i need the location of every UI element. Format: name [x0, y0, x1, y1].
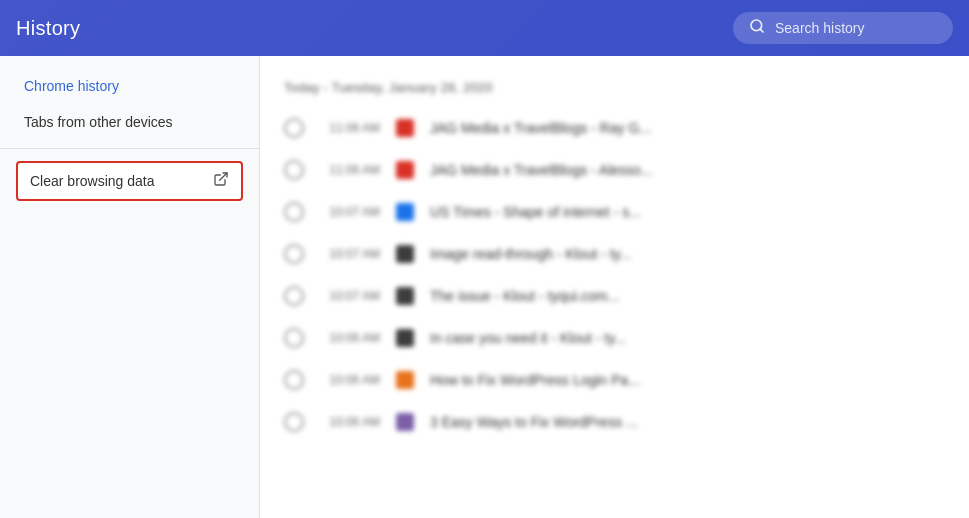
- clear-browsing-data-label: Clear browsing data: [30, 173, 155, 189]
- date-heading: Today - Tuesday, January 28, 2020: [260, 72, 969, 107]
- row-checkbox[interactable]: [284, 202, 304, 222]
- row-checkbox[interactable]: [284, 370, 304, 390]
- main-layout: Chrome history Tabs from other devices C…: [0, 56, 969, 518]
- row-checkbox[interactable]: [284, 412, 304, 432]
- favicon-icon: [396, 287, 414, 305]
- sidebar-divider: [0, 148, 259, 149]
- row-title: How to Fix WordPress Login Pa...: [430, 372, 945, 388]
- favicon-icon: [396, 245, 414, 263]
- row-time: 10:07 AM: [320, 205, 380, 219]
- row-time: 10:06 AM: [320, 415, 380, 429]
- favicon-icon: [396, 203, 414, 221]
- table-row[interactable]: 10:06 AM In case you need it - Klout - t…: [260, 317, 969, 359]
- table-row[interactable]: 10:07 AM Image read-through - Klout - ty…: [260, 233, 969, 275]
- table-row[interactable]: 10:06 AM 3 Easy Ways to Fix WordPress ..…: [260, 401, 969, 443]
- row-checkbox[interactable]: [284, 328, 304, 348]
- row-checkbox[interactable]: [284, 286, 304, 306]
- favicon-icon: [396, 329, 414, 347]
- favicon-icon: [396, 413, 414, 431]
- row-time: 11:06 AM: [320, 163, 380, 177]
- sidebar-item-tabs-other-devices[interactable]: Tabs from other devices: [0, 104, 259, 140]
- favicon-icon: [396, 161, 414, 179]
- sidebar: Chrome history Tabs from other devices C…: [0, 56, 260, 518]
- search-placeholder: Search history: [775, 20, 864, 36]
- row-title: In case you need it - Klout - ty...: [430, 330, 945, 346]
- external-link-icon: [213, 171, 229, 191]
- row-time: 10:07 AM: [320, 289, 380, 303]
- row-title: The issue - Klout - tyqui.com...: [430, 288, 945, 304]
- row-title: US Times - Shape of internet - s...: [430, 204, 945, 220]
- row-time: 10:06 AM: [320, 373, 380, 387]
- table-row[interactable]: 11:06 AM JAG Media x TravelBlogs - Aless…: [260, 149, 969, 191]
- history-list: Today - Tuesday, January 28, 2020 11:06 …: [260, 56, 969, 459]
- row-title: 3 Easy Ways to Fix WordPress ...: [430, 414, 945, 430]
- svg-line-2: [220, 173, 227, 180]
- search-icon: [749, 18, 765, 38]
- clear-browsing-data-button[interactable]: Clear browsing data: [16, 161, 243, 201]
- row-title: JAG Media x TravelBlogs - Ray G...: [430, 120, 945, 136]
- row-time: 10:07 AM: [320, 247, 380, 261]
- row-time: 11:06 AM: [320, 121, 380, 135]
- row-checkbox[interactable]: [284, 160, 304, 180]
- sidebar-item-chrome-history[interactable]: Chrome history: [0, 68, 259, 104]
- favicon-icon: [396, 119, 414, 137]
- page-title: History: [16, 17, 80, 40]
- favicon-icon: [396, 371, 414, 389]
- svg-line-1: [760, 29, 763, 32]
- table-row[interactable]: 10:06 AM How to Fix WordPress Login Pa..…: [260, 359, 969, 401]
- table-row[interactable]: 10:07 AM The issue - Klout - tyqui.com..…: [260, 275, 969, 317]
- header: History Search history: [0, 0, 969, 56]
- search-box[interactable]: Search history: [733, 12, 953, 44]
- row-checkbox[interactable]: [284, 244, 304, 264]
- table-row[interactable]: 10:07 AM US Times - Shape of internet - …: [260, 191, 969, 233]
- row-title: JAG Media x TravelBlogs - Alesso...: [430, 162, 945, 178]
- row-checkbox[interactable]: [284, 118, 304, 138]
- table-row[interactable]: 11:06 AM JAG Media x TravelBlogs - Ray G…: [260, 107, 969, 149]
- row-time: 10:06 AM: [320, 331, 380, 345]
- row-title: Image read-through - Klout - ty...: [430, 246, 945, 262]
- history-content: Today - Tuesday, January 28, 2020 11:06 …: [260, 56, 969, 518]
